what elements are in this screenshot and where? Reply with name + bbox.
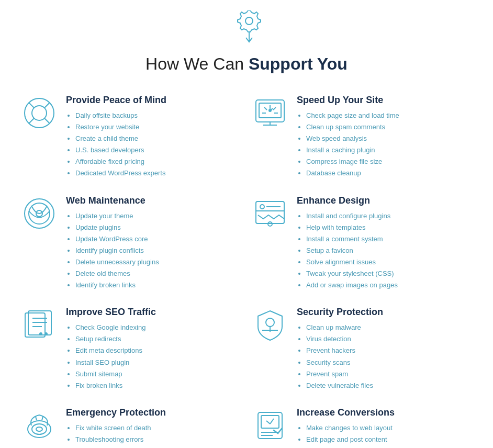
list-item: Prevent hackers xyxy=(306,345,383,356)
emergency-list: Fix white screen of deathTroubleshooting… xyxy=(66,422,166,448)
speed-up-icon xyxy=(252,95,288,131)
svg-point-39 xyxy=(36,427,42,431)
list-item: Setup a favicon xyxy=(306,245,398,256)
list-item: Update WordPress core xyxy=(75,233,159,245)
web-maintenance-content: Web MaintenanceUpdate your themeUpdate p… xyxy=(66,195,159,292)
card-enhance-design: Enhance DesignInstall and configure plug… xyxy=(252,195,472,292)
list-item: Create a child theme xyxy=(75,133,166,144)
seo-traffic-title: Improve SEO Traffic xyxy=(66,307,156,318)
svg-line-40 xyxy=(36,417,37,420)
svg-line-41 xyxy=(42,417,43,420)
web-maintenance-list: Update your themeUpdate pluginsUpdate Wo… xyxy=(66,210,159,292)
list-item: Setup redirects xyxy=(75,333,156,345)
list-item: Fix broken links xyxy=(75,380,156,391)
enhance-design-icon xyxy=(252,195,288,232)
list-item: Dedicated WordPress experts xyxy=(75,167,166,179)
list-item: Identify plugin conflicts xyxy=(75,245,159,256)
card-speed-up: Speed Up Your SiteCheck page size and lo… xyxy=(252,95,472,180)
seo-traffic-icon xyxy=(21,307,58,343)
peace-of-mind-content: Provide Peace of MindDaily offsite backu… xyxy=(66,95,166,180)
list-item: U.S. based developers xyxy=(75,144,166,156)
list-item: Prevent spam xyxy=(306,368,383,380)
card-conversions: Increase ConversionsMake changes to web … xyxy=(252,407,472,448)
web-maintenance-title: Web Maintenance xyxy=(66,195,159,206)
list-item: Add posts or products xyxy=(306,445,395,448)
svg-line-4 xyxy=(29,103,34,108)
svg-line-46 xyxy=(266,421,270,424)
list-item: Add or swap images on pages xyxy=(306,279,398,291)
list-item: Install and configure plugins xyxy=(306,210,398,222)
enhance-design-title: Enhance Design xyxy=(297,195,398,206)
enhance-design-list: Install and configure pluginsHelp with t… xyxy=(297,210,398,292)
list-item: Solve alignment issues xyxy=(306,256,398,268)
enhance-design-content: Enhance DesignInstall and configure plug… xyxy=(297,195,398,292)
security-content: Security ProtectionClean up malwareVirus… xyxy=(297,307,383,391)
svg-point-0 xyxy=(245,17,253,25)
list-item: Edit meta descriptions xyxy=(75,345,156,356)
svg-line-6 xyxy=(29,118,34,124)
svg-point-33 xyxy=(44,332,48,335)
list-item: Check Google indexing xyxy=(75,322,156,333)
list-item: Clean up spam comments xyxy=(306,121,399,133)
svg-point-38 xyxy=(32,424,47,434)
list-item: Delete unnecessary plugins xyxy=(75,256,159,268)
list-item: Install SEO plugin xyxy=(75,357,156,368)
list-item: Troubleshooting errors xyxy=(75,434,166,445)
list-item: Clean up malware xyxy=(306,322,383,333)
page-wrapper: How We Can Support You Provide Peace of … xyxy=(0,0,493,448)
list-item: Restore your website xyxy=(75,121,166,133)
svg-line-16 xyxy=(264,107,267,110)
list-item: Daily offsite backups xyxy=(75,110,166,121)
conversions-title: Increase Conversions xyxy=(297,407,395,418)
seo-traffic-list: Check Google indexingSetup redirectsEdit… xyxy=(66,322,156,391)
svg-rect-43 xyxy=(261,416,279,428)
conversions-list: Make changes to web layoutEdit page and … xyxy=(297,422,395,448)
peace-of-mind-list: Daily offsite backupsRestore your websit… xyxy=(66,110,166,180)
svg-line-7 xyxy=(44,118,50,124)
list-item: General WordPress questions xyxy=(75,445,166,448)
list-item: Compress image file size xyxy=(306,156,399,167)
svg-rect-22 xyxy=(256,201,284,223)
list-item: Virus detection xyxy=(306,333,383,345)
list-item: Tweak your stylesheet (CSS) xyxy=(306,268,398,279)
page-title: How We Can Support You xyxy=(21,54,472,74)
speed-up-list: Check page size and load timeClean up sp… xyxy=(297,110,399,180)
card-security: Security ProtectionClean up malwareVirus… xyxy=(252,307,472,391)
list-item: Affordable fixed pricing xyxy=(75,156,166,167)
list-item: Security scans xyxy=(306,357,383,368)
web-maintenance-icon xyxy=(21,195,58,232)
header: How We Can Support You xyxy=(21,10,472,74)
speed-up-title: Speed Up Your Site xyxy=(297,95,399,106)
svg-point-3 xyxy=(32,106,47,120)
sections-grid: Provide Peace of MindDaily offsite backu… xyxy=(21,95,472,448)
svg-point-32 xyxy=(39,332,42,335)
peace-of-mind-title: Provide Peace of Mind xyxy=(66,95,166,106)
list-item: Install a comment system xyxy=(306,233,398,245)
emergency-icon xyxy=(21,407,58,444)
card-peace-of-mind: Provide Peace of MindDaily offsite backu… xyxy=(21,95,241,180)
list-item: Edit page and post content xyxy=(306,434,395,445)
list-item: Check page size and load time xyxy=(306,110,399,121)
list-item: Database cleanup xyxy=(306,167,399,179)
svg-point-23 xyxy=(260,205,264,209)
list-item: Install a caching plugin xyxy=(306,144,399,156)
conversions-icon xyxy=(252,407,288,444)
list-item: Fix white screen of death xyxy=(75,422,166,434)
list-item: Make changes to web layout xyxy=(306,422,395,434)
header-icon xyxy=(21,10,472,49)
card-web-maintenance: Web MaintenanceUpdate your themeUpdate p… xyxy=(21,195,241,292)
speed-up-content: Speed Up Your SiteCheck page size and lo… xyxy=(297,95,399,180)
card-emergency: Emergency ProtectionFix white screen of … xyxy=(21,407,241,448)
emergency-title: Emergency Protection xyxy=(66,407,166,418)
svg-line-18 xyxy=(271,108,273,110)
list-item: Update plugins xyxy=(75,222,159,233)
seo-traffic-content: Improve SEO TrafficCheck Google indexing… xyxy=(66,307,156,391)
list-item: Identify broken links xyxy=(75,279,159,291)
conversions-content: Increase ConversionsMake changes to web … xyxy=(297,407,395,448)
security-icon xyxy=(252,307,288,343)
list-item: Update your theme xyxy=(75,210,159,222)
svg-point-34 xyxy=(266,318,274,327)
list-item: Web speed analysis xyxy=(306,133,399,144)
list-item: Help with templates xyxy=(306,222,398,233)
peace-of-mind-icon xyxy=(21,95,58,131)
